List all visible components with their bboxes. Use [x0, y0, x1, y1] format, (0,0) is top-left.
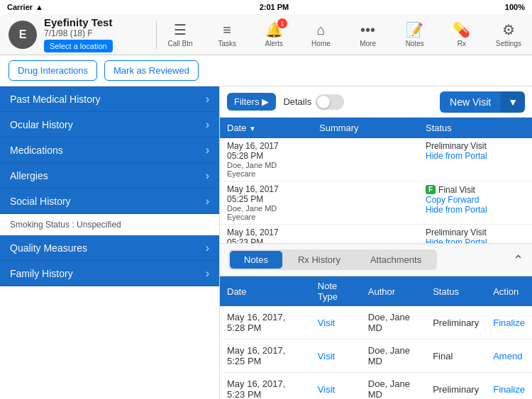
nav-item-home[interactable]: ⌂ Home: [299, 14, 342, 55]
sidebar-item-social-history[interactable]: Social History ›: [0, 189, 219, 214]
table-row: May 16, 2017 05:25 PM Doe, Jane MD Eyeca…: [220, 181, 532, 225]
nav-items: ☰ Call Btn ≡ Tasks 🔔 1 Alerts ⌂ Home •••: [157, 14, 532, 55]
col-summary: Summary: [312, 118, 419, 138]
note-status: Preliminary: [426, 373, 486, 400]
sidebar-item-past-medical[interactable]: Past Medical History ›: [0, 86, 219, 112]
notes-table: Date Note Type Author Status Action May …: [220, 276, 532, 399]
tab-rx-history[interactable]: Rx History: [284, 251, 355, 269]
list-item: May 16, 2017, 5:25 PM Visit Doe, Jane MD…: [220, 339, 532, 373]
nav-item-more[interactable]: ••• More: [347, 14, 389, 55]
note-action-finalize[interactable]: Finalize: [486, 373, 532, 400]
sidebar-label-allergies: Allergies: [10, 170, 48, 181]
sidebar-item-family-history[interactable]: Family History ›: [0, 261, 219, 286]
details-toggle-switch[interactable]: [316, 94, 344, 110]
nav-item-tasks[interactable]: ≡ Tasks: [206, 14, 248, 55]
visit-date-cell: May 16, 2017 05:23 PM Doe, Jane MD Eyeca…: [220, 225, 312, 244]
visit-status-cell: Preliminary Visit Hide from Portal: [419, 225, 532, 244]
tasks-icon: ≡: [223, 22, 231, 38]
visit-table-header: Date ▼ Summary Status: [220, 118, 532, 138]
call-btn-icon: ☰: [174, 21, 187, 38]
col-note-status: Status: [426, 276, 486, 306]
nav-label-tasks: Tasks: [218, 40, 236, 47]
mark-reviewed-button[interactable]: Mark as Reviewed: [104, 60, 199, 81]
nav-label-notes: Notes: [406, 40, 424, 47]
nav-item-call-btn[interactable]: ☰ Call Btn: [159, 14, 201, 55]
home-icon: ⌂: [316, 22, 325, 38]
sidebar-label-quality-measures: Quality Measures: [10, 242, 87, 254]
nav-item-notes[interactable]: 📝 Notes: [394, 14, 436, 55]
sidebar-item-medications[interactable]: Medications ›: [0, 137, 219, 163]
drug-interactions-button[interactable]: Drug Interactions: [9, 60, 97, 81]
sidebar-label-family-history: Family History: [10, 268, 73, 279]
select-location-button[interactable]: Select a location: [44, 40, 113, 52]
smoking-status: Smoking Status : Unspecified: [0, 214, 219, 235]
filters-button[interactable]: Filters ▶: [227, 93, 276, 111]
table-row: May 16, 2017 05:23 PM Doe, Jane MD Eyeca…: [220, 225, 532, 244]
details-toggle[interactable]: Details: [283, 94, 344, 110]
new-visit-button[interactable]: New Visit: [440, 91, 501, 113]
alerts-badge: 1: [277, 18, 287, 28]
nav-profile: E Eyefinity Test 7/1/98 (18) F Select a …: [0, 16, 156, 52]
chevron-right-icon: ›: [206, 267, 209, 280]
carrier-label: Carrier: [7, 3, 33, 11]
col-note-type: Note Type: [311, 276, 361, 306]
new-visit-dropdown-button[interactable]: ▼: [501, 91, 525, 113]
copy-forward-link[interactable]: Copy Forward: [426, 195, 479, 205]
note-date: May 16, 2017, 5:23 PM: [220, 373, 311, 400]
notes-icon: 📝: [406, 21, 423, 38]
sidebar-label-medications: Medications: [10, 145, 63, 156]
nav-bar: E Eyefinity Test 7/1/98 (18) F Select a …: [0, 14, 532, 55]
note-action-finalize[interactable]: Finalize: [486, 306, 532, 339]
app-container: Carrier ▲ 2:01 PM 100% E Eyefinity Test …: [0, 0, 532, 399]
nav-label-settings: Settings: [496, 40, 521, 47]
chevron-right-icon: ›: [206, 242, 209, 254]
collapse-button[interactable]: ⌃: [513, 252, 523, 268]
more-icon: •••: [360, 22, 375, 38]
visit-summary-cell: [312, 138, 419, 181]
note-status: Preliminary: [426, 306, 486, 339]
avatar: E: [9, 21, 37, 49]
sidebar-item-quality-measures[interactable]: Quality Measures ›: [0, 235, 219, 261]
hide-portal-link[interactable]: Hide from Portal: [426, 205, 487, 215]
details-label: Details: [283, 96, 311, 107]
list-item: May 16, 2017, 5:23 PM Visit Doe, Jane MD…: [220, 373, 532, 400]
filters-bar: Filters ▶ Details New Visit ▼: [220, 86, 532, 118]
sidebar-label-ocular-history: Ocular History: [10, 119, 73, 130]
alerts-badge-container: 🔔 1: [265, 21, 283, 38]
col-date[interactable]: Date ▼: [220, 118, 312, 138]
sidebar-label-social-history: Social History: [10, 196, 71, 207]
nav-item-settings[interactable]: ⚙ Settings: [487, 14, 530, 55]
tab-notes[interactable]: Notes: [230, 251, 282, 269]
tab-attachments[interactable]: Attachments: [356, 251, 436, 269]
nav-item-rx[interactable]: 💊 Rx: [440, 14, 483, 55]
visit-summary-cell: [312, 225, 419, 244]
sidebar-item-allergies[interactable]: Allergies ›: [0, 163, 219, 189]
table-row: May 16, 2017 05:28 PM Doe, Jane MD Eyeca…: [220, 138, 532, 181]
note-action-amend[interactable]: Amend: [486, 339, 532, 373]
chevron-right-icon: ›: [206, 93, 209, 106]
note-date: May 16, 2017, 5:25 PM: [220, 339, 311, 373]
profile-info: Eyefinity Test 7/1/98 (18) F Select a lo…: [44, 16, 113, 52]
col-note-author: Author: [361, 276, 426, 306]
new-visit-group: New Visit ▼: [440, 91, 525, 113]
note-type: Visit: [311, 339, 361, 373]
toolbar: Drug Interactions Mark as Reviewed: [0, 55, 532, 86]
wifi-icon: ▲: [35, 3, 43, 11]
hide-portal-link[interactable]: Hide from Portal: [426, 237, 487, 243]
left-panel: Past Medical History › Ocular History › …: [0, 86, 220, 399]
status-bar-left: Carrier ▲: [7, 3, 43, 11]
profile-name: Eyefinity Test: [44, 16, 113, 28]
note-type: Visit: [311, 306, 361, 339]
right-panel: Filters ▶ Details New Visit ▼ Date: [220, 86, 532, 399]
status-bar-right: 100%: [505, 3, 525, 11]
bottom-tabs-bar: Notes Rx History Attachments ⌃: [220, 244, 532, 276]
hide-portal-link[interactable]: Hide from Portal: [426, 151, 487, 161]
note-type: Visit: [311, 373, 361, 400]
sidebar-item-ocular-history[interactable]: Ocular History ›: [0, 112, 219, 137]
note-author: Doe, Jane MD: [361, 339, 426, 373]
bottom-tabs: Notes Rx History Attachments: [228, 249, 437, 270]
chevron-right-icon: ›: [206, 169, 209, 182]
profile-dob: 7/1/98 (18) F: [44, 28, 113, 38]
nav-item-alerts[interactable]: 🔔 1 Alerts: [253, 14, 295, 55]
rx-icon: 💊: [453, 21, 470, 38]
